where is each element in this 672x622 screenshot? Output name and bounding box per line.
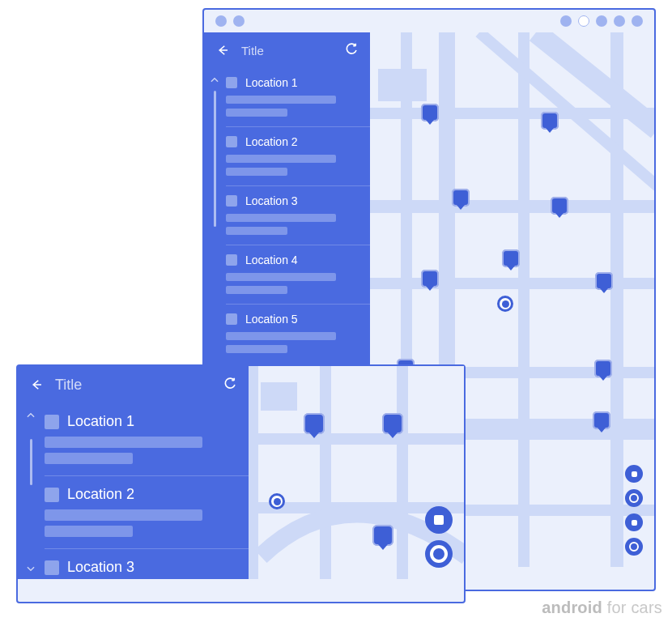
branding-watermark: android for cars	[542, 599, 662, 617]
scroll-down-button[interactable]	[25, 563, 36, 574]
fab-locate-button[interactable]	[425, 540, 453, 568]
scroll-up-button[interactable]	[209, 75, 220, 86]
map-pin[interactable]	[502, 249, 520, 267]
fab-column	[425, 506, 453, 568]
scroll-up-button[interactable]	[25, 410, 36, 421]
placeholder-line	[226, 286, 287, 294]
placeholder-line	[226, 345, 287, 353]
map-pin[interactable]	[595, 272, 613, 290]
map-surface[interactable]: Title Location 1Location 2Location 3	[18, 366, 464, 579]
placeholder-line	[226, 168, 287, 176]
scrollbar-thumb[interactable]	[214, 91, 216, 227]
list-item[interactable]: Location 2	[226, 126, 370, 185]
placeholder-line	[226, 227, 287, 235]
location-marker-icon	[226, 313, 237, 325]
location-meta	[226, 332, 360, 353]
fab-stop-button[interactable]	[425, 506, 453, 534]
location-meta	[226, 96, 360, 117]
map-pin[interactable]	[421, 270, 439, 288]
placeholder-line	[226, 214, 336, 222]
refresh-icon	[344, 43, 359, 58]
fab-stop-button[interactable]	[625, 513, 643, 531]
chevron-up-icon	[209, 75, 220, 86]
branding-suffix: for cars	[602, 599, 662, 616]
location-name: Location 1	[245, 76, 298, 89]
status-dot	[233, 15, 245, 27]
location-marker-icon	[45, 560, 59, 575]
fab-locate-button[interactable]	[625, 489, 643, 507]
list-item[interactable]: Location 3	[226, 185, 370, 245]
location-marker-icon	[226, 77, 237, 88]
location-name: Location 4	[245, 253, 298, 266]
status-bar	[204, 10, 654, 32]
map-pin[interactable]	[304, 413, 325, 434]
location-name: Location 1	[67, 413, 134, 430]
location-name: Location 3	[245, 194, 298, 207]
placeholder-line	[45, 509, 202, 521]
svg-rect-18	[261, 382, 297, 411]
chevron-up-icon	[25, 410, 36, 421]
back-button[interactable]	[28, 376, 45, 394]
placeholder-line	[226, 273, 336, 281]
status-dot	[560, 15, 572, 27]
scrollbar-track[interactable]	[30, 426, 32, 558]
status-dot	[578, 15, 589, 27]
placeholder-line	[226, 332, 336, 340]
location-meta	[226, 214, 360, 235]
location-marker-icon	[226, 136, 237, 147]
map-pin[interactable]	[594, 360, 612, 377]
map-pin[interactable]	[372, 525, 393, 546]
chevron-down-icon	[25, 563, 36, 574]
location-marker-icon	[45, 488, 59, 502]
placeholder-line	[226, 155, 336, 163]
arrow-left-icon	[29, 377, 44, 392]
panel-header: Title	[18, 366, 249, 403]
list-item[interactable]: Location 3	[45, 548, 249, 579]
location-marker-icon	[226, 254, 237, 266]
refresh-button[interactable]	[342, 41, 360, 59]
map-pin[interactable]	[541, 112, 559, 130]
user-location-marker	[269, 493, 285, 509]
map-pin[interactable]	[452, 189, 470, 207]
fab-stop-button[interactable]	[625, 465, 643, 483]
user-location-marker	[497, 296, 513, 312]
list-item[interactable]: Location 5	[226, 304, 370, 363]
list-item[interactable]: Location 2	[45, 475, 249, 548]
fab-locate-button[interactable]	[625, 538, 643, 556]
panel-title: Title	[241, 44, 333, 58]
placeholder-line	[226, 96, 336, 104]
location-marker-icon	[45, 415, 59, 429]
map-pin[interactable]	[382, 413, 403, 434]
device-landscape: Title Location 1Location 2Location 3	[16, 364, 466, 603]
location-meta	[226, 273, 360, 294]
location-meta	[226, 155, 360, 176]
location-list: Location 1Location 2Location 3	[44, 403, 249, 579]
branding-prefix: android	[542, 599, 602, 616]
location-panel: Title Location 1Location 2Location 3	[18, 366, 249, 579]
refresh-button[interactable]	[221, 376, 239, 394]
map-pin[interactable]	[593, 411, 610, 429]
arrow-left-icon	[215, 43, 230, 58]
placeholder-line	[45, 437, 202, 448]
placeholder-line	[45, 453, 133, 464]
scroll-gutter	[18, 403, 44, 579]
location-name: Location 3	[67, 559, 134, 576]
status-dot	[614, 15, 625, 27]
map-pin[interactable]	[421, 104, 439, 121]
list-item[interactable]: Location 1	[45, 403, 249, 475]
refresh-icon	[223, 377, 237, 392]
panel-header: Title	[204, 32, 370, 68]
placeholder-line	[45, 526, 133, 537]
list-item[interactable]: Location 1	[226, 68, 370, 126]
back-button[interactable]	[214, 41, 232, 59]
status-dot	[632, 15, 643, 27]
svg-rect-12	[378, 69, 427, 101]
fab-column	[625, 465, 643, 556]
location-meta	[45, 509, 237, 537]
location-name: Location 5	[245, 313, 298, 326]
location-name: Location 2	[245, 135, 298, 148]
map-pin[interactable]	[551, 197, 568, 215]
location-name: Location 2	[67, 486, 134, 503]
list-item[interactable]: Location 4	[226, 245, 370, 304]
scrollbar-thumb[interactable]	[30, 439, 32, 485]
